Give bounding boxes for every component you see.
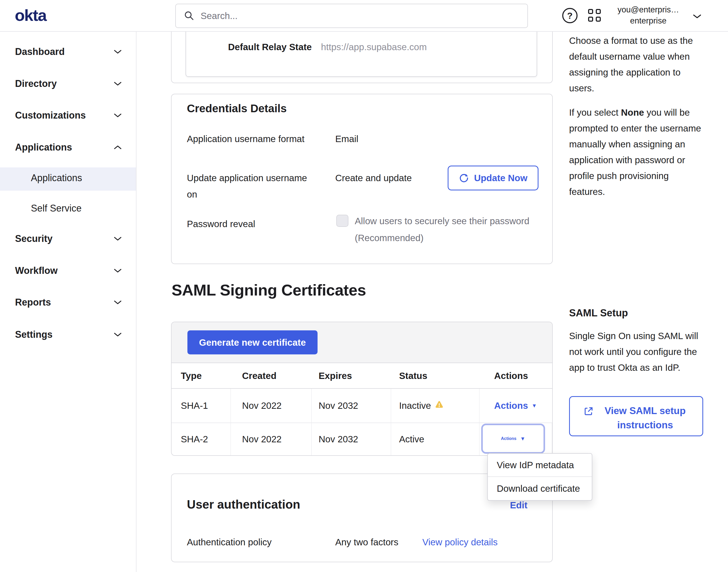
certificates-toolbar: Generate new certificate: [172, 322, 552, 363]
username-format-label: Application username format: [187, 131, 314, 147]
actions-menu-button[interactable]: Actions ▼: [494, 400, 537, 411]
chevron-down-icon: [114, 236, 122, 241]
password-reveal-line2: (Recommended): [355, 229, 529, 246]
cert-expires: Nov 2032: [312, 389, 391, 423]
update-now-button[interactable]: Update Now: [448, 165, 539, 191]
sidebar-subitem-self-service[interactable]: Self Service: [31, 201, 82, 216]
actions-menu-button-focused[interactable]: Actions ▼: [481, 424, 545, 454]
cert-actions-cell: Actions ▼: [480, 389, 552, 423]
cert-created: Nov 2022: [231, 389, 312, 423]
column-header-created: Created: [231, 363, 312, 388]
status-text: Active: [399, 434, 424, 444]
page-title: SAML Signing Certificates: [172, 281, 366, 299]
sidebar-item-label: Dashboard: [15, 46, 65, 57]
status-text: Inactive: [399, 400, 431, 411]
help-text-segment: If you select: [569, 107, 621, 118]
sign-on-settings-panel: Default Relay State https://app.supabase…: [171, 27, 553, 83]
global-search[interactable]: [175, 4, 528, 28]
credentials-details-panel: Credentials Details Application username…: [171, 94, 553, 264]
credentials-title: Credentials Details: [187, 102, 287, 115]
sidebar-subitem-label: Self Service: [31, 203, 82, 214]
cert-type: SHA-2: [172, 423, 231, 455]
help-text-bold: None: [621, 107, 644, 118]
menu-item-view-idp-metadata[interactable]: View IdP metadata: [488, 454, 592, 477]
search-icon: [184, 10, 195, 21]
caret-down-icon: ▼: [520, 436, 525, 442]
search-input[interactable]: [200, 11, 519, 21]
actions-dropdown-menu: View IdP metadata Download certificate: [487, 453, 592, 501]
username-format-value: Email: [335, 131, 358, 147]
sidebar-item-reports[interactable]: Reports: [15, 294, 122, 310]
sidebar-item-label: Customizations: [15, 110, 86, 121]
username-none-help-text: If you select None you will be prompted …: [569, 104, 703, 200]
menu-item-download-certificate[interactable]: Download certificate: [488, 477, 592, 500]
grid-square: [596, 9, 601, 14]
top-bar: okta ? you@enterpris… enterprise: [0, 0, 728, 32]
grid-square: [588, 17, 593, 22]
view-saml-setup-button[interactable]: View SAML setup instructions: [569, 396, 703, 436]
actions-label: Actions: [501, 436, 516, 441]
actions-label: Actions: [494, 400, 528, 411]
help-icon[interactable]: ?: [562, 8, 577, 23]
cert-created: Nov 2022: [231, 423, 312, 455]
chevron-down-icon: [114, 113, 122, 118]
password-reveal-description: Allow users to securely see their passwo…: [355, 213, 529, 246]
chevron-down-icon: [114, 332, 122, 337]
okta-logo[interactable]: okta: [15, 6, 46, 24]
help-text-segment: you will be prompted to enter the userna…: [569, 107, 701, 197]
sidebar-item-label: Reports: [15, 297, 51, 308]
caret-down-icon: ▼: [532, 403, 537, 409]
sidebar-item-label: Settings: [15, 329, 53, 340]
sidebar-item-workflow[interactable]: Workflow: [15, 263, 122, 279]
sidebar-item-directory[interactable]: Directory: [15, 76, 122, 92]
account-menu[interactable]: you@enterpris… enterprise: [607, 4, 690, 26]
sidebar-item-label: Directory: [15, 78, 57, 89]
signing-certificates-panel: Generate new certificate Type Created Ex…: [171, 321, 553, 456]
grid-square: [596, 17, 601, 22]
account-org: enterprise: [607, 15, 690, 26]
sidebar-item-settings[interactable]: Settings: [15, 327, 122, 343]
table-row: SHA-1 Nov 2022 Nov 2032 Inactive Actions…: [172, 389, 552, 423]
column-header-expires: Expires: [312, 363, 391, 388]
chevron-down-icon: [114, 268, 122, 273]
sidebar-subitem-applications[interactable]: Applications: [31, 170, 82, 186]
cert-status: Inactive: [391, 389, 480, 423]
password-reveal-line1: Allow users to securely see their passwo…: [355, 213, 529, 229]
username-format-help-text: Choose a format to use as the default us…: [569, 33, 703, 96]
column-header-type: Type: [172, 363, 231, 388]
auth-policy-label: Authentication policy: [187, 537, 271, 548]
chevron-down-icon: [114, 81, 122, 86]
cert-expires: Nov 2032: [312, 423, 391, 455]
sidebar-item-label: Workflow: [15, 265, 58, 276]
account-chevron-down-icon[interactable]: [693, 14, 702, 20]
relay-state-label: Default Relay State: [228, 42, 312, 52]
sidebar-item-dashboard[interactable]: Dashboard: [15, 44, 122, 60]
generate-certificate-button[interactable]: Generate new certificate: [187, 330, 318, 354]
relay-state-value: https://app.supabase.com: [321, 42, 427, 52]
update-now-label: Update Now: [474, 173, 528, 183]
chevron-down-icon: [114, 300, 122, 305]
certificates-table-header: Type Created Expires Status Actions: [172, 363, 552, 389]
cert-status: Active: [391, 423, 480, 455]
apps-grid-icon[interactable]: [588, 9, 601, 22]
account-email: you@enterpris…: [607, 4, 690, 15]
grid-square: [588, 9, 593, 14]
warning-icon: [435, 400, 444, 409]
sidebar-item-label: Security: [15, 233, 53, 244]
column-header-actions: Actions: [480, 363, 552, 388]
view-policy-details-link[interactable]: View policy details: [422, 537, 498, 548]
chevron-up-icon: [114, 145, 122, 150]
edit-button[interactable]: Edit: [510, 500, 528, 510]
external-link-icon: [583, 406, 594, 417]
sidebar-item-customizations[interactable]: Customizations: [15, 108, 122, 123]
saml-setup-body: Single Sign On using SAML will not work …: [569, 328, 703, 375]
sidebar-nav: Dashboard Directory Customizations Appli…: [0, 32, 137, 572]
help-glyph: ?: [567, 11, 573, 21]
sidebar-item-label: Applications: [15, 142, 72, 153]
sidebar-item-security[interactable]: Security: [15, 231, 122, 247]
chevron-down-icon: [114, 49, 122, 54]
saml-setup-title: SAML Setup: [569, 307, 628, 319]
sidebar-subitem-label: Applications: [31, 172, 82, 184]
sidebar-item-applications[interactable]: Applications: [15, 139, 122, 155]
password-reveal-checkbox[interactable]: [336, 215, 348, 227]
